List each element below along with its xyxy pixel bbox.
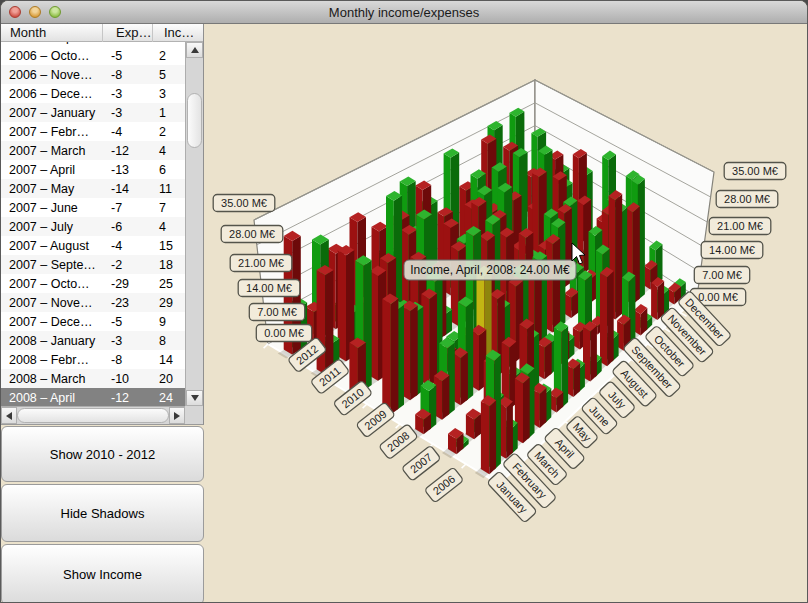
table-row[interactable]: 2007 – Nove…-2329 bbox=[1, 293, 185, 312]
cell-expenses: -8 bbox=[103, 68, 153, 82]
traffic-lights bbox=[9, 6, 61, 18]
svg-text:35.00 M€: 35.00 M€ bbox=[732, 165, 778, 177]
chart-scene[interactable]: 0.00 M€0.00 M€7.00 M€7.00 M€14.00 M€14.0… bbox=[205, 24, 808, 603]
table-row[interactable]: 2007 – May-1411 bbox=[1, 179, 185, 198]
cell-month: 2006 – Dece… bbox=[1, 87, 103, 101]
header-income[interactable]: Inc… bbox=[153, 24, 203, 42]
cell-expenses: -10 bbox=[103, 372, 153, 386]
svg-text:Income, April, 2008: 24.00 M€: Income, April, 2008: 24.00 M€ bbox=[410, 263, 570, 277]
expenses-bar[interactable] bbox=[537, 337, 552, 379]
value-axis-label-left: 21.00 M€ bbox=[230, 255, 292, 272]
table-row[interactable]: 2008 – January-38 bbox=[1, 331, 185, 350]
selection-tooltip: Income, April, 2008: 24.00 M€ bbox=[404, 260, 576, 280]
cell-month: 2007 – April bbox=[1, 163, 103, 177]
zoom-button[interactable] bbox=[49, 6, 61, 18]
down-arrow-icon bbox=[191, 395, 199, 401]
table-row[interactable]: 2007 – Dece…-59 bbox=[1, 312, 185, 331]
app-window: Monthly income/expenses Month Exp… Inc… … bbox=[0, 0, 808, 603]
expenses-bar[interactable] bbox=[583, 321, 597, 382]
cell-month: 2006 – Nove… bbox=[1, 68, 103, 82]
svg-text:28.00 M€: 28.00 M€ bbox=[229, 228, 275, 240]
scroll-right-button[interactable] bbox=[169, 407, 185, 424]
table-row[interactable]: 2008 – April-1224 bbox=[1, 388, 185, 406]
expenses-bar[interactable] bbox=[481, 395, 496, 474]
cell-expenses: -6 bbox=[103, 220, 153, 234]
expenses-bar[interactable] bbox=[466, 408, 481, 439]
value-axis-label-right: 28.00 M€ bbox=[716, 191, 778, 208]
table-row[interactable]: 2006 – Dece…-33 bbox=[1, 84, 185, 103]
cell-expenses: -8 bbox=[103, 353, 153, 367]
expenses-bar[interactable] bbox=[566, 358, 580, 397]
svg-text:14.00 M€: 14.00 M€ bbox=[246, 282, 292, 294]
vertical-scrollbar[interactable] bbox=[185, 42, 203, 406]
cell-month: 2008 – Febr… bbox=[1, 353, 103, 367]
value-axis-label-left: 35.00 M€ bbox=[213, 195, 275, 212]
table-row[interactable]: 2007 – June-77 bbox=[1, 198, 185, 217]
header-month[interactable]: Month bbox=[1, 24, 103, 42]
cell-expenses: -23 bbox=[103, 296, 153, 310]
minimize-button[interactable] bbox=[29, 6, 41, 18]
cell-expenses: -14 bbox=[103, 182, 153, 196]
cell-expenses: -5 bbox=[103, 49, 153, 63]
table-row[interactable]: 2007 – Febr…-42 bbox=[1, 122, 185, 141]
table-row[interactable]: 2007 – January-31 bbox=[1, 103, 185, 122]
cell-month: 2007 – January bbox=[1, 106, 103, 120]
cell-month: 2007 – March bbox=[1, 144, 103, 158]
header-expenses[interactable]: Exp… bbox=[103, 24, 153, 42]
expenses-bar[interactable] bbox=[565, 288, 579, 319]
hide-shadows-button[interactable]: Hide Shadows bbox=[1, 484, 204, 542]
expenses-bar[interactable] bbox=[402, 301, 418, 401]
expenses-bar[interactable] bbox=[421, 288, 437, 386]
cell-month: 2007 – Octo… bbox=[1, 277, 103, 291]
scroll-left-button[interactable] bbox=[1, 407, 17, 424]
svg-text:28.00 M€: 28.00 M€ bbox=[724, 193, 770, 205]
svg-text:0.00 M€: 0.00 M€ bbox=[264, 327, 304, 339]
cell-income: 9 bbox=[153, 315, 185, 329]
value-axis-label-right: 21.00 M€ bbox=[709, 218, 771, 235]
svg-text:35.00 M€: 35.00 M€ bbox=[221, 197, 267, 209]
table-row[interactable]: 2007 – March-124 bbox=[1, 141, 185, 160]
svg-text:21.00 M€: 21.00 M€ bbox=[717, 220, 763, 232]
bar-chart-3d[interactable]: 0.00 M€0.00 M€7.00 M€7.00 M€14.00 M€14.0… bbox=[205, 24, 807, 602]
expenses-bar[interactable] bbox=[546, 234, 560, 333]
cell-month: 2006 – Octo… bbox=[1, 49, 103, 63]
expenses-bar[interactable] bbox=[600, 267, 614, 366]
table-row[interactable]: 2008 – Febr…-814 bbox=[1, 350, 185, 369]
vertical-scroll-thumb[interactable] bbox=[187, 93, 202, 148]
cell-expenses: -4 bbox=[103, 42, 153, 44]
cell-month: 2008 – March bbox=[1, 372, 103, 386]
table-row[interactable]: 2007 – August-415 bbox=[1, 236, 185, 255]
cell-income: 5 bbox=[153, 68, 185, 82]
expenses-bar[interactable] bbox=[382, 293, 398, 414]
cell-expenses: -13 bbox=[103, 163, 153, 177]
svg-text:14.00 M€: 14.00 M€ bbox=[709, 244, 755, 256]
cell-month: 2007 – Nove… bbox=[1, 296, 103, 310]
cell-income: 2 bbox=[153, 49, 185, 63]
expenses-bar[interactable] bbox=[317, 265, 334, 375]
close-button[interactable] bbox=[9, 6, 21, 18]
scroll-down-button[interactable] bbox=[186, 390, 203, 406]
title-bar[interactable]: Monthly income/expenses bbox=[1, 1, 807, 24]
table-row[interactable]: 2007 – July-64 bbox=[1, 217, 185, 236]
horizontal-scrollbar[interactable] bbox=[1, 406, 185, 424]
cell-month: 2007 – June bbox=[1, 201, 103, 215]
expenses-bar[interactable] bbox=[634, 304, 647, 335]
cell-income: 2 bbox=[153, 125, 185, 139]
table-row[interactable]: 2006 – Octo…-52 bbox=[1, 46, 185, 65]
cell-month: 2008 – April bbox=[1, 391, 103, 405]
expenses-bar[interactable] bbox=[651, 277, 664, 320]
table-row[interactable]: 2006 – Nove…-85 bbox=[1, 65, 185, 84]
cell-income: 4 bbox=[153, 220, 185, 234]
cell-income: 25 bbox=[153, 277, 185, 291]
show-years-button[interactable]: Show 2010 - 2012 bbox=[1, 426, 204, 482]
show-income-button[interactable]: Show Income bbox=[1, 544, 204, 603]
table-row[interactable]: 2007 – April-136 bbox=[1, 160, 185, 179]
scroll-up-button[interactable] bbox=[186, 42, 203, 58]
table-row[interactable]: 2008 – March-1020 bbox=[1, 369, 185, 388]
expenses-bar[interactable] bbox=[453, 347, 468, 405]
table-row[interactable]: 2007 – Septe…-218 bbox=[1, 255, 185, 274]
table-row[interactable]: 2007 – Octo…-2925 bbox=[1, 274, 185, 293]
window-title: Monthly income/expenses bbox=[329, 5, 479, 20]
svg-text:7.00 M€: 7.00 M€ bbox=[257, 306, 297, 318]
horizontal-scroll-thumb[interactable] bbox=[17, 408, 169, 423]
